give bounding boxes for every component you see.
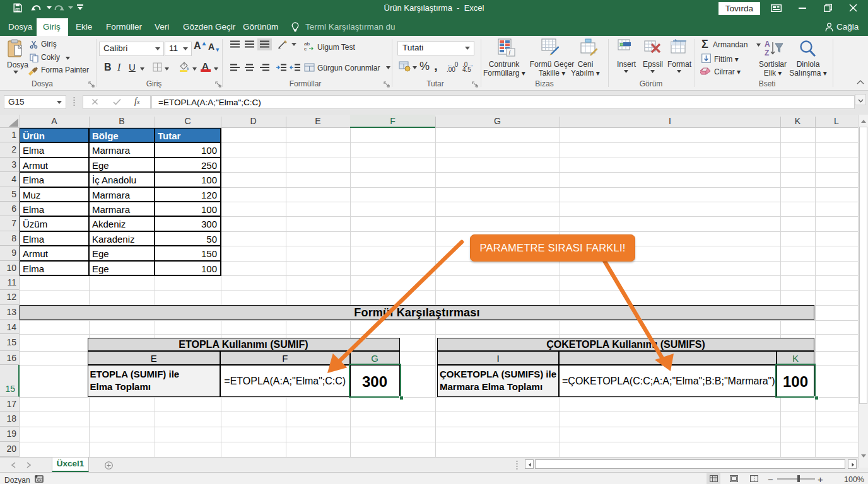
svg-text:ƒ: ƒ: [508, 50, 511, 55]
svg-text:c: c: [304, 46, 307, 51]
svg-text:A: A: [765, 40, 770, 49]
svg-text:Z: Z: [765, 49, 769, 57]
